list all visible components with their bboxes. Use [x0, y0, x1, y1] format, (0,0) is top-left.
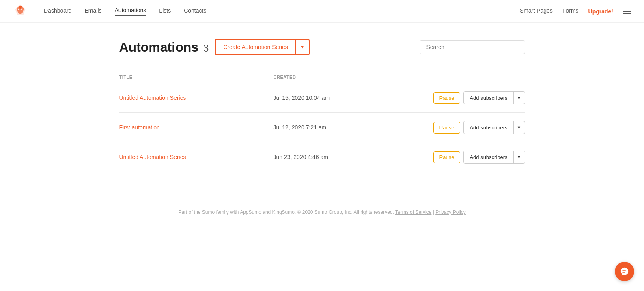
row-actions-cell: Pause Add subscribers ▼	[395, 151, 525, 164]
row-title-cell: First automation	[119, 124, 274, 131]
pause-button[interactable]: Pause	[433, 92, 461, 104]
row-actions-cell: Pause Add subscribers ▼	[395, 121, 525, 134]
create-automation-button-group: Create Automation Series ▼	[215, 39, 309, 55]
add-subscribers-button-group: Add subscribers ▼	[463, 121, 525, 134]
add-subscribers-button[interactable]: Add subscribers	[464, 93, 513, 103]
svg-point-3	[18, 9, 20, 10]
add-subscribers-dropdown-button[interactable]: ▼	[514, 152, 525, 162]
row-actions-cell: Pause Add subscribers ▼	[395, 91, 525, 104]
nav-contacts[interactable]: Contacts	[184, 7, 206, 15]
create-automation-dropdown-button[interactable]: ▼	[296, 41, 309, 53]
row-date-cell: Jul 15, 2020 10:04 am	[274, 95, 395, 101]
page-title-group: Automations 3	[119, 40, 209, 55]
col-title: TITLE	[119, 75, 274, 80]
add-subscribers-dropdown-button[interactable]: ▼	[514, 93, 525, 103]
row-title-cell: Untitled Automation Series	[119, 95, 274, 101]
add-subscribers-button-group: Add subscribers ▼	[463, 91, 525, 104]
row-title-cell: Untitled Automation Series	[119, 154, 274, 160]
nav-lists[interactable]: Lists	[159, 7, 171, 15]
hamburger-menu[interactable]	[623, 9, 631, 14]
page-header: Automations 3 Create Automation Series ▼	[119, 39, 525, 55]
page-title: Automations	[119, 40, 199, 54]
privacy-link[interactable]: Privacy Policy	[435, 209, 466, 215]
nav-links: Dashboard Emails Automations Lists Conta…	[44, 7, 520, 16]
table-row: First automation Jul 12, 2020 7:21 am Pa…	[119, 113, 525, 142]
upgrade-link[interactable]: Upgrade!	[588, 8, 613, 15]
col-actions	[395, 75, 525, 80]
automation-title-link[interactable]: First automation	[119, 124, 160, 131]
footer-text: Part of the Sumo family with AppSumo and…	[178, 209, 394, 215]
table-row: Untitled Automation Series Jun 23, 2020 …	[119, 142, 525, 172]
col-created: CREATED	[274, 75, 395, 80]
footer: Part of the Sumo family with AppSumo and…	[119, 196, 525, 228]
navbar: Dashboard Emails Automations Lists Conta…	[0, 0, 644, 23]
nav-automations[interactable]: Automations	[115, 7, 146, 16]
add-subscribers-dropdown-button[interactable]: ▼	[514, 123, 525, 132]
main-content: Automations 3 Create Automation Series ▼…	[111, 23, 533, 244]
nav-smartpages[interactable]: Smart Pages	[520, 7, 553, 15]
header-actions: Create Automation Series ▼	[215, 39, 309, 55]
page-count: 3	[203, 43, 209, 54]
create-automation-button[interactable]: Create Automation Series	[216, 41, 295, 54]
add-subscribers-button[interactable]: Add subscribers	[464, 152, 513, 163]
nav-forms[interactable]: Forms	[562, 7, 579, 15]
svg-point-4	[21, 9, 23, 10]
pause-button[interactable]: Pause	[433, 151, 461, 163]
automation-title-link[interactable]: Untitled Automation Series	[119, 154, 186, 160]
search-input[interactable]	[420, 40, 525, 54]
logo[interactable]	[13, 3, 28, 19]
row-date-cell: Jun 23, 2020 4:46 am	[274, 154, 395, 160]
table-header: TITLE CREATED	[119, 71, 525, 83]
nav-dashboard[interactable]: Dashboard	[44, 7, 72, 15]
add-subscribers-button-group: Add subscribers ▼	[463, 151, 525, 164]
table-body: Untitled Automation Series Jul 15, 2020 …	[119, 83, 525, 172]
terms-link[interactable]: Terms of Service	[395, 209, 431, 215]
row-date-cell: Jul 12, 2020 7:21 am	[274, 124, 395, 131]
pause-button[interactable]: Pause	[433, 122, 461, 134]
automation-title-link[interactable]: Untitled Automation Series	[119, 95, 186, 101]
nav-emails[interactable]: Emails	[85, 7, 102, 15]
table-row: Untitled Automation Series Jul 15, 2020 …	[119, 83, 525, 113]
nav-right: Smart Pages Forms Upgrade!	[520, 7, 631, 15]
add-subscribers-button[interactable]: Add subscribers	[464, 122, 513, 133]
search-wrapper	[420, 40, 525, 54]
